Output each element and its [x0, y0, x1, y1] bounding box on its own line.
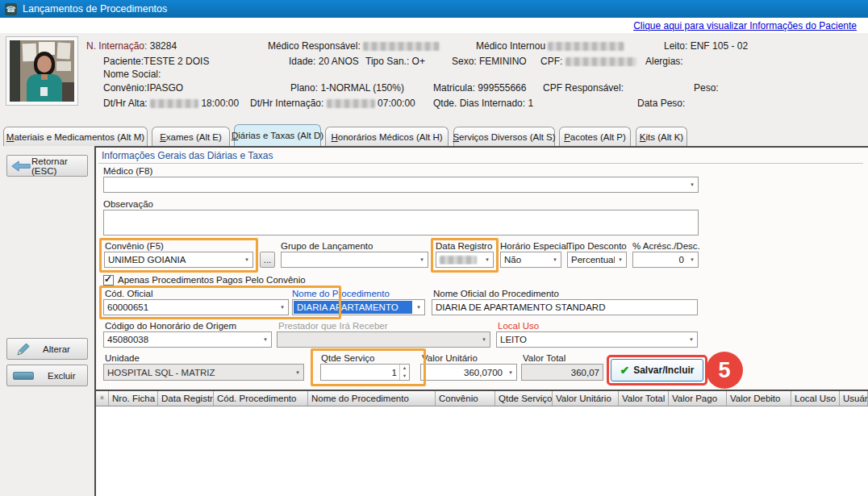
grid-header: ✳ Nro. Ficha Data Registro Cód. Procedim…	[96, 391, 868, 406]
convenio-value: IPASGO	[147, 82, 183, 94]
unidade-combo: HOSPITAL SQL - MATRIZ▾	[103, 364, 304, 381]
convenio-f5-combo[interactable]: UNIMED GOIANIA▾	[104, 252, 253, 268]
dropdown-icon: ▾	[277, 300, 288, 315]
column-header-valor-total[interactable]: Valor Total	[619, 391, 669, 406]
tipo-desconto-combo[interactable]: Percentual▾	[567, 252, 627, 268]
data-peso-label: Data Peso:	[637, 98, 685, 109]
medico-responsavel: Médico Responsável:	[268, 40, 440, 52]
matricula-label: Matricula:	[433, 82, 475, 94]
column-header-nro-ficha[interactable]: Nro. Ficha	[109, 391, 158, 406]
paciente-label: Paciente:	[103, 56, 144, 67]
column-header-qtde-servico[interactable]: Qtde Serviço	[495, 391, 553, 406]
tab-servicos-diversos[interactable]: Serviços Diversos (Alt S)	[453, 127, 555, 146]
spin-up-icon[interactable]: ▲	[400, 365, 409, 373]
qtde-servico-spinner[interactable]: 1 ▲ ▼	[320, 364, 410, 381]
patient-header: N. Internação: 38284 Médico Responsável:…	[0, 33, 868, 123]
observacao-input[interactable]	[103, 210, 699, 235]
nome-oficial-input[interactable]: DIARIA DE APARTAMENTO STANDARD	[432, 299, 698, 315]
valor-unitario-label: Valor Unitário	[422, 353, 478, 363]
valor-unitario-combo[interactable]: 360,0700▾	[420, 364, 517, 381]
window-title: Lançamentos de Procedimentos	[23, 3, 167, 15]
horario-especial-combo[interactable]: Não▾	[500, 252, 561, 268]
group-title-rule	[98, 163, 863, 164]
acresc-desc-combo[interactable]: 0▾	[632, 252, 699, 268]
nome-procedimento-label: Nome do Procedimento	[292, 289, 390, 298]
tab-pacotes[interactable]: Pacotes (Alt P)	[559, 127, 631, 146]
patient-info-link[interactable]: Clique aqui para visualizar Informações …	[633, 20, 857, 31]
paciente: Paciente:TESTE 2 DOIS	[103, 56, 209, 67]
cod-oficial-combo[interactable]: 60000651▾	[103, 299, 289, 315]
column-header-cod-procedimento[interactable]: Cód. Procedimento	[214, 391, 308, 406]
column-header-usuario[interactable]: Usuário	[840, 391, 868, 406]
redacted-value	[440, 256, 477, 265]
data-registro-combo[interactable]: ▾	[436, 252, 494, 268]
retornar-button[interactable]: Retornar (ESC)	[6, 155, 88, 177]
tab-strip: Materiais e Medicamentos (Alt M) Exames …	[0, 123, 868, 146]
matricula: Matricula: 999555666	[433, 82, 526, 94]
tab-diarias-taxas[interactable]: Diárias e Taxas (Alt D)	[234, 124, 321, 146]
medico-internou-label: Médico Internou	[476, 40, 545, 52]
peso: Peso:	[694, 82, 719, 94]
tab-materiais-medicamentos[interactable]: Materiais e Medicamentos (Alt M)	[3, 127, 148, 146]
qtde-dias-value: 1	[528, 98, 533, 109]
redacted-value	[363, 42, 440, 51]
cpf-responsavel-label: CPF Responsável:	[543, 82, 624, 94]
column-header-data-registro[interactable]: Data Registro	[158, 391, 214, 406]
tab-exames[interactable]: Exames (Alt E)	[152, 127, 230, 146]
unidade-label: Unidade	[105, 353, 140, 363]
dthr-alta-time: 18:00:00	[201, 98, 239, 109]
cpf-label: CPF:	[540, 56, 562, 67]
retornar-label: Retornar (ESC)	[31, 156, 87, 176]
column-header-valor-debito[interactable]: Valor Debito	[727, 391, 791, 406]
pencil-icon	[15, 341, 31, 357]
browse-button[interactable]: ...	[260, 252, 275, 268]
nome-social-label: Nome Social:	[103, 69, 161, 80]
dropdown-icon: ▾	[615, 252, 626, 267]
cod-honorario-combo[interactable]: 45080038▾	[103, 331, 272, 348]
alergias: Alergias:	[645, 56, 683, 67]
cpf: CPF:	[540, 56, 636, 67]
tab-honorarios-medicos[interactable]: Honorários Médicos (Alt H)	[325, 127, 449, 146]
dropdown-icon: ▾	[478, 332, 490, 347]
cod-honorario-label: Código do Honorário de Origem	[105, 321, 236, 331]
apenas-pagos-checkbox[interactable]: ✓	[103, 275, 114, 286]
dropdown-icon: ▾	[416, 252, 428, 267]
dropdown-icon: ▾	[686, 177, 698, 192]
grid-body[interactable]	[96, 406, 868, 496]
tipo-desconto-label: Tipo Desconto	[567, 241, 627, 251]
peso-label: Peso:	[694, 82, 719, 94]
valor-total-field: 360,07	[521, 364, 603, 381]
tab-kits[interactable]: Kits (Alt K)	[636, 127, 687, 146]
column-header-convenio[interactable]: Convênio	[436, 391, 495, 406]
column-header-local-uso[interactable]: Local Uso	[791, 391, 840, 406]
matricula-value: 999555666	[478, 82, 526, 94]
dropdown-icon: ▾	[482, 252, 493, 267]
nome-procedimento-combo[interactable]: DIARIA APARTAMENTO▾	[292, 299, 425, 315]
sexo-label: Sexo:	[452, 56, 477, 67]
prestador-label: Prestador que Irá Receber	[278, 321, 388, 331]
grupo-lancamento-combo[interactable]: ▾	[281, 252, 428, 268]
spin-down-icon[interactable]: ▼	[400, 373, 409, 381]
excluir-button[interactable]: Excluir	[6, 365, 88, 386]
qtde-dias-internado: Qtde. Dias Internado: 1	[433, 98, 533, 109]
plano-value: 1-NORMAL (150%)	[320, 82, 404, 94]
dropdown-icon: ▾	[413, 300, 424, 315]
eraser-icon	[13, 372, 34, 380]
column-header-valor-pago[interactable]: Valor Pago	[669, 391, 727, 406]
main-panel: Informações Gerais das Diárias e Taxas M…	[96, 148, 868, 496]
local-uso-label: Local Uso	[498, 321, 539, 331]
column-header-nome-procedimento[interactable]: Nome do Procedimento	[308, 391, 436, 406]
local-uso-combo[interactable]: LEITO▾	[496, 331, 698, 348]
step-badge: 5	[706, 352, 743, 389]
redacted-value	[548, 42, 624, 51]
column-header-valor-unitario[interactable]: Valor Unitário	[553, 391, 619, 406]
salvar-incluir-button[interactable]: ✔ Salvar/Incluir	[611, 359, 703, 381]
grupo-lancamento-label: Grupo de Lançamento	[281, 241, 373, 251]
redacted-value	[150, 99, 198, 108]
leito-value: ENF 105 - 02	[691, 40, 748, 52]
alterar-button[interactable]: Alterar	[6, 338, 88, 360]
medico-f8-combo[interactable]: ▾	[103, 177, 699, 193]
dropdown-icon: ▾	[686, 252, 698, 267]
sexo-value: FEMININO	[479, 56, 527, 67]
dropdown-icon: ▾	[292, 365, 303, 380]
